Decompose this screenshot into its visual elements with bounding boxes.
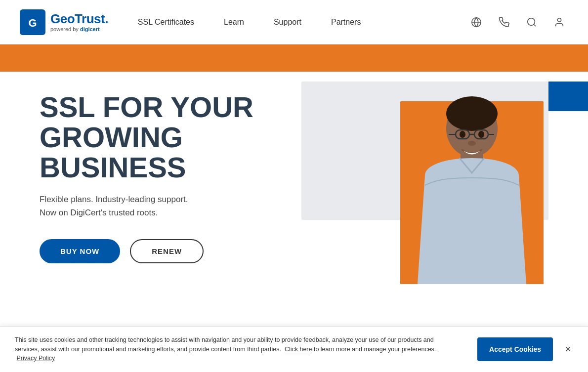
hero-image-area [301,72,588,284]
svg-text:G: G [28,17,37,29]
header-icons [467,13,568,31]
logo[interactable]: G GeoTrust. powered by digicert [20,9,108,35]
privacy-policy-link[interactable]: Privacy Policy [16,355,55,362]
click-here-link[interactable]: Click here [285,346,312,353]
search-icon[interactable] [523,13,541,31]
hero-section: SSL FOR YOUR GROWING BUSINESS Flexible p… [0,72,588,284]
cookie-actions: Accept Cookies × [477,337,573,361]
renew-button[interactable]: RENEW [130,239,204,263]
nav-item-learn[interactable]: Learn [224,18,244,27]
svg-point-3 [528,18,535,25]
cookie-text: This site uses cookies and other trackin… [15,335,460,363]
hero-buttons: BUY NOW RENEW [40,239,296,263]
user-icon[interactable] [550,13,568,31]
svg-point-14 [478,131,484,138]
hero-title: SSL FOR YOUR GROWING BUSINESS [40,92,296,183]
globe-icon[interactable] [467,13,485,31]
cookie-banner: This site uses cookies and other trackin… [0,326,588,372]
nav-item-partners[interactable]: Partners [331,18,361,27]
cookie-close-button[interactable]: × [563,342,573,357]
hero-subtitle: Flexible plans. Industry-leading support… [40,193,296,219]
phone-icon[interactable] [495,13,513,31]
nav-item-support[interactable]: Support [274,18,301,27]
main-nav: SSL Certificates Learn Support Partners [138,18,467,27]
hero-person-image [395,86,548,284]
svg-point-4 [557,18,561,21]
orange-banner [0,44,588,72]
buy-now-button[interactable]: BUY NOW [40,239,120,263]
nav-item-ssl-certificates[interactable]: SSL Certificates [138,18,194,27]
site-header: G GeoTrust. powered by digicert SSL Cert… [0,0,588,44]
svg-point-13 [460,131,465,138]
svg-point-6 [446,96,498,131]
logo-icon: G [20,9,45,35]
logo-powered-by: powered by digicert [50,26,108,32]
logo-brand: GeoTrust. [50,12,108,26]
hero-content: SSL FOR YOUR GROWING BUSINESS Flexible p… [40,92,296,263]
svg-point-15 [468,141,476,146]
logo-text: GeoTrust. powered by digicert [50,12,108,33]
hero-blue-accent [548,82,588,111]
accept-cookies-button[interactable]: Accept Cookies [477,337,553,361]
